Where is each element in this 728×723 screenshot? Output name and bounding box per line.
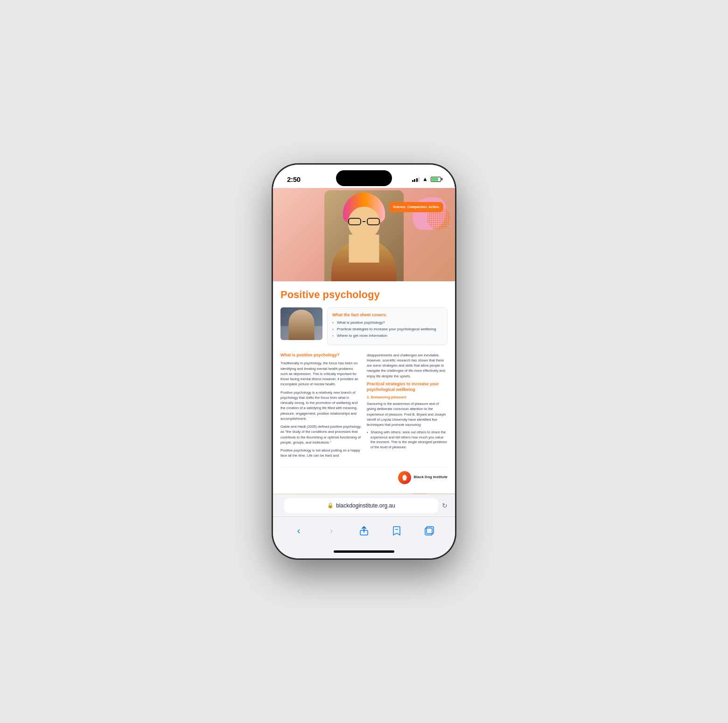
- reload-icon[interactable]: ↻: [442, 502, 448, 509]
- home-indicator: [273, 544, 455, 558]
- document-title: Positive psychology: [280, 289, 448, 301]
- battery-fill: [432, 178, 438, 181]
- info-item-2: Practical strategies to increase your ps…: [332, 327, 442, 332]
- browser-bar: 🔒 blackdoginstitute.org.au ↻: [273, 494, 455, 516]
- section1-para4: Positive psychology is not about putting…: [280, 448, 361, 459]
- signal-bar-4: [418, 177, 420, 182]
- info-box-list: What is positive psychology? Practical s…: [332, 320, 442, 339]
- document-content: Positive psychology What the fact sheet …: [273, 281, 455, 494]
- share-button[interactable]: [357, 524, 371, 537]
- bookmarks-button[interactable]: [390, 524, 403, 537]
- status-icons: ▲: [412, 176, 441, 182]
- info-box-row: What the fact sheet covers: What is posi…: [280, 307, 448, 345]
- url-text: blackdoginstitute.org.au: [336, 502, 395, 509]
- wifi-icon: ▲: [422, 176, 428, 182]
- section1-para1: Traditionally in psychology, the focus h…: [280, 361, 361, 387]
- scroll-area[interactable]: Science. Compassion. Action.: [273, 188, 455, 494]
- info-item-3: Where to get more information: [332, 333, 442, 338]
- article-columns: What is positive psychology? Traditional…: [280, 353, 448, 461]
- section2-bullet1: Sharing with others: seek out others to …: [367, 430, 448, 450]
- hero-image-2: [273, 494, 455, 494]
- dynamic-island: [336, 170, 392, 186]
- bdi-logo-icon: [398, 471, 411, 484]
- section1-para3: Gable and Haidt (2005) defined positive …: [280, 424, 361, 445]
- thumb-person: [289, 310, 315, 340]
- lock-icon: 🔒: [327, 502, 334, 508]
- section2-title: Practical strategies to increase your ps…: [367, 382, 448, 392]
- svg-point-1: [405, 475, 406, 476]
- logo-row: Black Dog Institute: [280, 467, 448, 486]
- battery-icon: [431, 177, 441, 182]
- info-box: What the fact sheet covers: What is posi…: [327, 307, 448, 345]
- url-bar[interactable]: 🔒 blackdoginstitute.org.au: [284, 498, 438, 513]
- signal-bar-1: [412, 180, 413, 182]
- bdi-logo-text: Black Dog Institute: [414, 475, 448, 480]
- phone-screen: 2:50 ▲ Scie: [273, 165, 455, 558]
- home-bar: [334, 550, 394, 553]
- info-item-1: What is positive psychology?: [332, 320, 442, 325]
- info-box-title: What the fact sheet covers:: [332, 313, 442, 317]
- phone-device: 2:50 ▲ Scie: [273, 165, 455, 558]
- signal-bar-3: [416, 178, 418, 182]
- share-icon: [359, 526, 369, 536]
- science-badge: Science. Compassion. Action.: [389, 202, 443, 212]
- section1-title: What is positive psychology?: [280, 353, 361, 358]
- article-left-col: What is positive psychology? Traditional…: [280, 353, 361, 461]
- bdi-icon-svg: [400, 473, 409, 482]
- hero-image: Science. Compassion. Action.: [273, 188, 455, 281]
- section1-para2: Positive psychology is a relatively new …: [280, 390, 361, 422]
- signal-icon: [412, 176, 420, 182]
- forward-button[interactable]: ›: [325, 524, 338, 537]
- back-button[interactable]: ‹: [292, 524, 305, 537]
- section2-para1: disappointments and challenges are inevi…: [367, 353, 448, 379]
- svg-point-0: [403, 475, 405, 477]
- tabs-button[interactable]: [423, 524, 436, 537]
- section2-enhancing-text: Savouring is the awareness of pleasure a…: [367, 401, 448, 427]
- info-thumbnail: [280, 307, 322, 340]
- section2-numbered: 1. Enhancing pleasure: [367, 395, 448, 399]
- bookmarks-icon: [392, 526, 401, 536]
- signal-bar-2: [414, 179, 415, 182]
- status-time: 2:50: [287, 175, 301, 183]
- bottom-nav: ‹ ›: [273, 516, 455, 544]
- tabs-icon: [424, 526, 434, 536]
- article-right-col: disappointments and challenges are inevi…: [367, 353, 448, 461]
